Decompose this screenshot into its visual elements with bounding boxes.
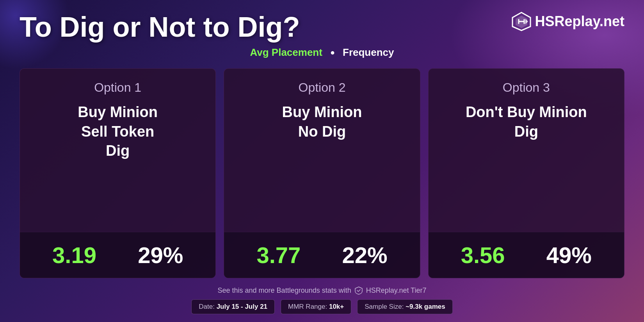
card-2-frequency: 22% bbox=[342, 242, 387, 268]
date-value: July 15 - July 21 bbox=[217, 303, 267, 310]
cards-row: Option 1 Buy MinionSell TokenDig 3.19 29… bbox=[20, 68, 624, 278]
card-2-bottom: 3.77 22% bbox=[224, 232, 420, 278]
page-title: To Dig or Not to Dig? bbox=[20, 12, 300, 43]
legend-row: Avg Placement ● Frequency bbox=[20, 46, 624, 59]
card-1-top: Option 1 Buy MinionSell TokenDig bbox=[20, 69, 215, 232]
promo-text-label: See this and more Battlegrounds stats wi… bbox=[218, 286, 351, 295]
legend-frequency: Frequency bbox=[343, 46, 394, 59]
card-2-option-label: Option 2 bbox=[299, 80, 346, 95]
card-1-action: Buy MinionSell TokenDig bbox=[78, 103, 158, 160]
sample-value: ~9.3k games bbox=[406, 303, 445, 310]
mmr-label: MMR Range: bbox=[288, 303, 327, 310]
date-label: Date: bbox=[199, 303, 215, 310]
sample-badge: Sample Size: ~9.3k games bbox=[357, 299, 453, 314]
legend-dot: ● bbox=[330, 48, 335, 57]
card-2-top: Option 2 Buy MinionNo Dig bbox=[224, 69, 420, 232]
footer: See this and more Battlegrounds stats wi… bbox=[20, 286, 624, 314]
option-card-2: Option 2 Buy MinionNo Dig 3.77 22% bbox=[224, 68, 420, 278]
card-1-option-label: Option 1 bbox=[94, 80, 141, 95]
card-3-frequency: 49% bbox=[546, 242, 592, 268]
sample-label: Sample Size: bbox=[365, 303, 404, 310]
card-1-avg-placement: 3.19 bbox=[52, 242, 96, 268]
card-3-action: Don't Buy MinionDig bbox=[466, 103, 587, 141]
card-3-option-label: Option 3 bbox=[503, 80, 550, 95]
card-1-frequency: 29% bbox=[138, 242, 183, 268]
header-row: To Dig or Not to Dig? HSReplay.net bbox=[20, 12, 624, 43]
mmr-value: 10k+ bbox=[329, 303, 344, 310]
logo-text: HSReplay.net bbox=[535, 13, 624, 30]
card-3-avg-placement: 3.56 bbox=[461, 242, 505, 268]
card-2-action: Buy MinionNo Dig bbox=[282, 103, 362, 141]
card-3-top: Option 3 Don't Buy MinionDig bbox=[429, 69, 624, 232]
date-badge: Date: July 15 - July 21 bbox=[191, 299, 275, 314]
card-1-bottom: 3.19 29% bbox=[20, 232, 215, 278]
footer-badges: Date: July 15 - July 21 MMR Range: 10k+ … bbox=[191, 299, 452, 314]
mmr-badge: MMR Range: 10k+ bbox=[281, 299, 351, 314]
tier7-shield-icon bbox=[354, 286, 363, 295]
hsreplay-logo-icon bbox=[512, 12, 531, 31]
logo-area: HSReplay.net bbox=[512, 12, 624, 31]
card-2-avg-placement: 3.77 bbox=[256, 242, 301, 268]
legend-avg-placement: Avg Placement bbox=[250, 46, 322, 59]
footer-promo-text: See this and more Battlegrounds stats wi… bbox=[218, 286, 427, 295]
page-content: To Dig or Not to Dig? HSReplay.net Avg P… bbox=[0, 0, 644, 322]
option-card-1: Option 1 Buy MinionSell TokenDig 3.19 29… bbox=[20, 68, 216, 278]
option-card-3: Option 3 Don't Buy MinionDig 3.56 49% bbox=[428, 68, 624, 278]
card-3-bottom: 3.56 49% bbox=[429, 232, 624, 278]
promo-brand-label: HSReplay.net Tier7 bbox=[366, 286, 427, 295]
